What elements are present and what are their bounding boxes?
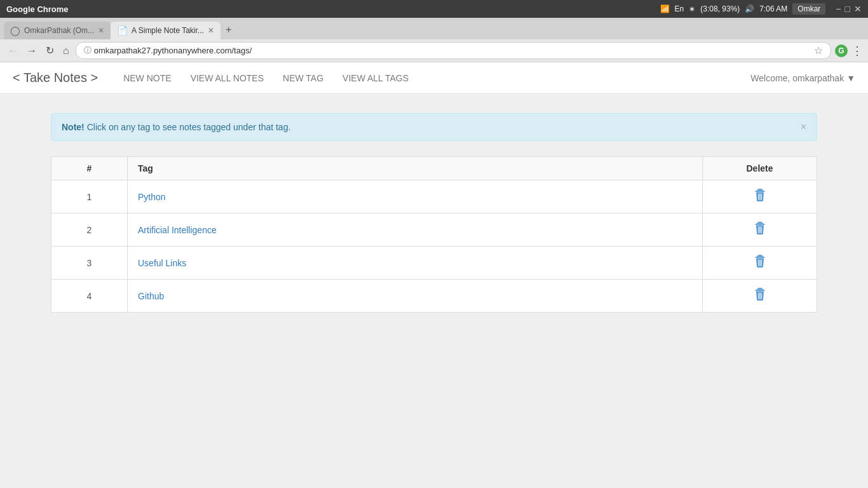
table-row: 3 Useful Links (51, 247, 817, 280)
main-container: Note! Click on any tag to see notes tagg… (0, 94, 868, 469)
lang-indicator: En (675, 4, 684, 13)
tag-link-python[interactable]: Python (138, 192, 166, 202)
minimize-button[interactable]: − (836, 4, 841, 14)
alert-message: Click on any tag to see notes tagged und… (85, 122, 291, 132)
user-label: Omkar (792, 3, 825, 15)
svg-rect-2 (756, 190, 763, 191)
svg-rect-8 (756, 223, 763, 224)
refresh-icon[interactable]: G (835, 44, 848, 57)
delete-button-3[interactable] (750, 253, 770, 273)
tag-link-ai[interactable]: Artificial Intelligence (138, 225, 217, 235)
nav-new-tag[interactable]: NEW TAG (283, 73, 323, 83)
row-1-num: 1 (51, 180, 128, 214)
svg-rect-18 (755, 290, 764, 291)
svg-rect-7 (757, 222, 762, 223)
security-icon: ⓘ (84, 45, 92, 56)
svg-rect-13 (757, 255, 762, 256)
address-bar: ← → ↻ ⌂ ⓘ omkarpathak27.pythonanywhere.c… (0, 39, 868, 62)
tab-github-title: OmkarPathak (Om... (24, 26, 94, 35)
time-display: 7:06 AM (759, 4, 787, 13)
brand-link[interactable]: < Take Notes > (13, 71, 98, 85)
row-3-delete (703, 247, 817, 280)
alert-box: Note! Click on any tag to see notes tagg… (51, 113, 817, 141)
window-controls: − □ ✕ (836, 4, 862, 14)
os-bar-right: 📶 En ∗ (3:08, 93%) 🔊 7:06 AM Omkar − □ ✕ (660, 3, 862, 15)
row-2-tag: Artificial Intelligence (128, 214, 703, 247)
user-menu[interactable]: Welcome, omkarpathak ▼ (750, 73, 855, 83)
row-4-delete (703, 280, 817, 313)
url-text: omkarpathak27.pythonanywhere.com/tags/ (94, 46, 252, 55)
tab-github-close[interactable]: ✕ (98, 26, 104, 35)
trash-icon-1 (754, 188, 766, 202)
os-title: Google Chrome (6, 4, 69, 14)
tag-link-github[interactable]: Github (138, 291, 164, 301)
table-header: # Tag Delete (51, 157, 817, 180)
table-row: 2 Artificial Intelligence (51, 214, 817, 247)
bookmark-icon[interactable]: ☆ (814, 44, 823, 57)
github-icon: ◯ (10, 25, 20, 36)
col-header-delete: Delete (703, 157, 817, 180)
note-icon: 📄 (117, 25, 128, 36)
tab-notes-title: A Simple Note Takir... (132, 26, 204, 35)
row-4-num: 4 (51, 280, 128, 313)
tab-notes-close[interactable]: ✕ (208, 26, 214, 35)
delete-button-1[interactable] (750, 187, 770, 207)
row-1-tag: Python (128, 180, 703, 214)
svg-rect-6 (755, 224, 764, 225)
navbar: < Take Notes > NEW NOTE VIEW ALL NOTES N… (0, 62, 868, 94)
menu-button[interactable]: ⋮ (851, 44, 863, 58)
reload-button[interactable]: ↻ (43, 43, 57, 58)
maximize-button[interactable]: □ (845, 4, 850, 14)
nav-view-all-tags[interactable]: VIEW ALL TAGS (342, 73, 409, 83)
svg-rect-0 (755, 191, 764, 192)
row-1-delete (703, 180, 817, 214)
nav-new-note[interactable]: NEW NOTE (123, 73, 171, 83)
trash-icon-3 (754, 254, 766, 268)
col-header-num: # (51, 157, 128, 180)
tags-table: # Tag Delete 1 Python (51, 156, 817, 313)
os-bar: Google Chrome 📶 En ∗ (3:08, 93%) 🔊 7:06 … (0, 0, 868, 18)
trash-icon-2 (754, 221, 766, 235)
tab-bar: ◯ OmkarPathak (Om... ✕ 📄 A Simple Note T… (0, 18, 868, 39)
navbar-links: NEW NOTE VIEW ALL NOTES NEW TAG VIEW ALL… (123, 73, 750, 83)
dropdown-arrow-icon: ▼ (846, 73, 855, 83)
nav-view-all-notes[interactable]: VIEW ALL NOTES (191, 73, 264, 83)
tag-link-useful-links[interactable]: Useful Links (138, 258, 186, 268)
svg-rect-1 (757, 189, 762, 190)
back-button[interactable]: ← (5, 44, 20, 58)
row-2-num: 2 (51, 214, 128, 247)
battery-indicator: (3:08, 93%) (700, 4, 740, 13)
home-button[interactable]: ⌂ (60, 44, 72, 58)
row-4-tag: Github (128, 280, 703, 313)
tab-notes[interactable]: 📄 A Simple Note Takir... ✕ (111, 22, 220, 39)
row-3-num: 3 (51, 247, 128, 280)
page-content: < Take Notes > NEW NOTE VIEW ALL NOTES N… (0, 62, 868, 488)
delete-button-2[interactable] (750, 220, 770, 240)
delete-button-4[interactable] (750, 286, 770, 306)
table-row: 1 Python (51, 180, 817, 214)
bluetooth-icon: ∗ (689, 4, 695, 13)
svg-rect-19 (757, 288, 762, 289)
url-bar[interactable]: ⓘ omkarpathak27.pythonanywhere.com/tags/… (76, 42, 831, 59)
tab-github[interactable]: ◯ OmkarPathak (Om... ✕ (4, 22, 111, 39)
row-2-delete (703, 214, 817, 247)
welcome-text: Welcome, omkarpathak (750, 73, 844, 83)
wifi-icon: 📶 (660, 4, 670, 13)
svg-rect-12 (755, 257, 764, 258)
forward-button[interactable]: → (24, 44, 39, 58)
svg-rect-14 (756, 256, 763, 257)
new-tab-button[interactable]: + (220, 22, 236, 38)
svg-rect-20 (756, 289, 763, 290)
row-3-tag: Useful Links (128, 247, 703, 280)
table-body: 1 Python (51, 180, 817, 313)
alert-bold: Note! (62, 122, 85, 132)
table-row: 4 Github (51, 280, 817, 313)
col-header-tag: Tag (128, 157, 703, 180)
volume-icon: 🔊 (745, 4, 754, 13)
trash-icon-4 (754, 287, 766, 301)
close-button[interactable]: ✕ (854, 4, 862, 14)
alert-close-button[interactable]: × (801, 121, 806, 133)
alert-text: Note! Click on any tag to see notes tagg… (62, 122, 290, 132)
